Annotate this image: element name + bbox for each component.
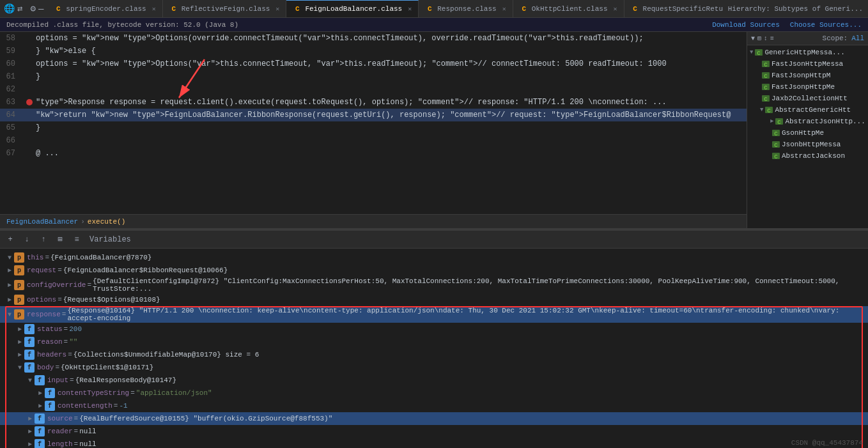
hierarchy-item[interactable]: CJsonbHttpMessa	[747, 139, 868, 150]
expand-arrow-icon[interactable]: ►	[36, 390, 45, 397]
expand-arrow-icon[interactable]: ►	[36, 403, 45, 410]
info-bar-actions: Download Sources Choose Sources...	[712, 21, 862, 29]
variable-item-length[interactable]: ►flength = null	[0, 438, 868, 448]
line-content: "kw">return "kw">new "type">FeignLoadBal…	[36, 111, 741, 120]
expand-icon[interactable]: ▼	[751, 35, 755, 42]
hierarchy-item[interactable]: CAbstractJackson	[747, 150, 868, 162]
class-icon: C	[761, 71, 770, 80]
code-line-65: 65}	[0, 121, 747, 134]
expand-arrow[interactable]: ►	[770, 118, 773, 125]
line-number: 63	[0, 98, 23, 107]
variable-name: length	[47, 440, 73, 448]
collapse-arrow-icon[interactable]: ▼	[26, 377, 35, 384]
debug-btn-add[interactable]: +	[4, 233, 17, 246]
debug-variables-list[interactable]: ▼pthis = {FeignLoadBalancer@7870}►preque…	[0, 249, 868, 448]
tab-reflectivefeign-class[interactable]: CReflectiveFeign.class✕	[163, 0, 287, 18]
line-number: 62	[0, 85, 23, 94]
debug-section-label: Variables	[89, 235, 131, 244]
debug-btn-grid[interactable]: ⊞	[54, 233, 66, 246]
gear-icon: ⚙	[30, 3, 35, 14]
equals-sign: =	[114, 402, 118, 410]
hierarchy-tree[interactable]: ▼CGenericHttpMessa... CFastJsonHttpMessa…	[747, 45, 868, 228]
filter-icon[interactable]: ⊞	[757, 35, 761, 42]
protected-field-icon: p	[14, 309, 24, 320]
collapse-arrow[interactable]: ▼	[760, 107, 763, 113]
code-line-59: 59 } "kw">else {	[0, 45, 747, 58]
variable-item-options[interactable]: ►poptions = {Request$Options@10108}	[0, 293, 868, 306]
hierarchy-item[interactable]: CFastJsonpHttpMe	[747, 81, 868, 93]
breadcrumb-method: execute()	[88, 218, 125, 226]
equals-sign: =	[70, 376, 74, 384]
tab-feignloadbalancer-class[interactable]: CFeignLoadBalancer.class✕	[286, 0, 419, 18]
variable-item-configOverride[interactable]: ►pconfigOverride = {DefaultClientConfigI…	[0, 277, 868, 293]
class-icon: C	[754, 48, 763, 57]
hierarchy-item-label: AbstractJackson	[782, 152, 845, 160]
variable-name: reader	[47, 428, 73, 435]
equals-sign: =	[68, 351, 72, 359]
code-area[interactable]: 58 options = "kw">new "type">Options(ove…	[0, 32, 747, 214]
tab-okhttpclient-class[interactable]: COkHttpClient.class✕	[513, 0, 624, 18]
variable-item-headers[interactable]: ►fheaders = {Collections$UnmodifiableMap…	[0, 348, 868, 361]
line-content: "type">Response response = request.clien…	[36, 98, 741, 107]
expand-arrow-icon[interactable]: ►	[15, 339, 24, 346]
variable-item-source[interactable]: ►fsource = {RealBufferedSource@10155} "b…	[0, 412, 868, 425]
equals-sign: =	[58, 296, 62, 304]
equals-sign: =	[64, 338, 68, 346]
expand-arrow-icon[interactable]: ►	[26, 441, 35, 448]
list-icon[interactable]: ≡	[770, 35, 774, 42]
download-sources-link[interactable]: Download Sources	[712, 21, 780, 29]
expand-arrow-icon[interactable]: ►	[5, 267, 14, 274]
svg-text:C: C	[774, 131, 778, 137]
hierarchy-item[interactable]: ▼CAbstractGenericHtt	[747, 104, 868, 116]
variable-item-request[interactable]: ►prequest = {FeignLoadBalancer$RibbonReq…	[0, 264, 868, 277]
tab-springencoder-class[interactable]: CspringEncoder.class✕	[47, 0, 162, 18]
variable-item-reader[interactable]: ►freader = null	[0, 425, 868, 438]
tab-response-class[interactable]: CResponse.class✕	[419, 0, 513, 18]
expand-arrow-icon[interactable]: ►	[15, 351, 24, 359]
breakpoint-indicator	[26, 99, 33, 105]
hierarchy-item[interactable]: CGsonHttpMe	[747, 127, 868, 139]
code-line-58: 58 options = "kw">new "type">Options(ove…	[0, 32, 747, 45]
line-number: 64	[0, 111, 23, 120]
variable-item-input[interactable]: ▼finput = {RealResponseBody@10147}	[0, 374, 868, 387]
debug-btn-menu[interactable]: ≡	[70, 233, 83, 246]
collapse-arrow-icon[interactable]: ▼	[5, 311, 14, 318]
debug-btn-step-into[interactable]: ↑	[37, 233, 50, 246]
variable-item-this[interactable]: ▼pthis = {FeignLoadBalancer@7870}	[0, 251, 868, 264]
field-icon: f	[24, 362, 35, 373]
variable-name: configOverride	[27, 281, 86, 289]
hierarchy-item[interactable]: CJaxb2CollectionHtt	[747, 93, 868, 104]
field-icon: f	[35, 375, 45, 385]
line-number: 67	[0, 149, 23, 158]
hierarchy-item[interactable]: ▼CGenericHttpMessa...	[747, 47, 868, 58]
expand-arrow-icon[interactable]: ►	[5, 282, 14, 289]
variable-item-contentTypeString[interactable]: ►fcontentTypeString = "application/json"	[0, 387, 868, 399]
svg-text:C: C	[768, 108, 771, 114]
sort-icon[interactable]: ↕	[764, 35, 768, 42]
choose-sources-link[interactable]: Choose Sources...	[790, 21, 862, 29]
collapse-arrow-icon[interactable]: ▼	[15, 364, 24, 371]
expand-arrow-icon[interactable]: ►	[5, 297, 14, 304]
variable-value: "application/json"	[136, 389, 212, 397]
debug-btn-step-over[interactable]: ↓	[20, 233, 33, 246]
collapse-arrow-icon[interactable]: ▼	[5, 254, 14, 261]
expand-arrow-icon[interactable]: ►	[15, 326, 24, 333]
code-line-66: 66	[0, 134, 747, 147]
tab-requestspecificretu---[interactable]: CRequestSpecificRetu...✕	[624, 0, 723, 18]
hierarchy-item[interactable]: CFastJsonHttpMessa	[747, 58, 868, 70]
expand-arrow-icon[interactable]: ►	[26, 415, 35, 422]
expand-arrow-icon[interactable]: ►	[26, 428, 35, 435]
globe-icon: 🌐	[4, 3, 15, 14]
decompiled-notice: Decompiled .class file, bytecode version…	[6, 21, 238, 29]
variable-item-status[interactable]: ►fstatus = 200	[0, 323, 868, 336]
variable-item-body[interactable]: ▼fbody = {OkHttpClient$1@10171}	[0, 361, 868, 374]
collapse-arrow[interactable]: ▼	[750, 49, 753, 56]
variable-item-reason[interactable]: ►freason = ""	[0, 336, 868, 348]
variable-item-contentLength[interactable]: ►fcontentLength = -1	[0, 399, 868, 412]
equals-sign: =	[130, 389, 135, 397]
line-content: options = "kw">new "type">Options(overri…	[36, 34, 741, 43]
equals-sign: =	[87, 281, 91, 289]
hierarchy-item[interactable]: CFastJsonpHttpM	[747, 70, 868, 81]
variable-item-response[interactable]: ▼presponse = {Response@10164} "HTTP/1.1 …	[0, 306, 868, 323]
hierarchy-item[interactable]: ►CAbstractJsonHttp...	[747, 116, 868, 127]
